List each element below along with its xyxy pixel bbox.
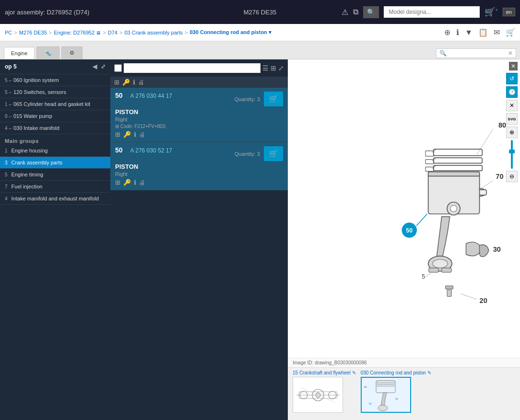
lang-selector[interactable]: en (503, 8, 515, 16)
svg-rect-17 (428, 172, 480, 176)
thumb-label-2[interactable]: 030 Connecting rod and piston ✎ (361, 370, 431, 375)
sidebar-item-exhaust[interactable]: 4 Intake manifold and exhaust manifold (0, 193, 110, 205)
tab-bar: Engine 🔩 ⚙ 🔍 ✕ (0, 41, 520, 59)
tab-engine[interactable]: Engine (4, 47, 35, 59)
sidebar-search-close[interactable]: ✕ (508, 50, 513, 57)
sidebar-search-input[interactable] (449, 50, 506, 56)
sidebar-item-intake[interactable]: 4 – 030 Intake manifold (0, 122, 110, 134)
sidebar-item-crank[interactable]: 3 Crank assembly parts (0, 157, 110, 169)
print-icon[interactable]: 🖨 (138, 79, 144, 86)
svg-text:50: 50 (406, 227, 413, 234)
part-key-icon-1[interactable]: 🔑 (123, 131, 131, 138)
details-icon[interactable]: 📋 (478, 28, 488, 37)
diagram-clock-btn[interactable]: 🕐 (506, 86, 518, 98)
add-to-cart-button-2[interactable]: 🛒 (264, 146, 283, 161)
thumb-img-2[interactable]: 80 30 50 (361, 377, 411, 413)
sidebar-item-fuel[interactable]: 7 Fuel injection (0, 181, 110, 193)
sidebar-item-ignition[interactable]: 5 – 060 Ignition system (0, 74, 110, 86)
diagram-close-x-btn[interactable]: ✕ (506, 100, 518, 111)
svg-point-44 (378, 405, 388, 411)
label-30: 30 (493, 245, 501, 253)
thumb-label-1[interactable]: 15 Crankshaft and flywheel ✎ (293, 370, 356, 375)
sidebar-item-engine-timing[interactable]: 5 Engine timing (0, 169, 110, 181)
list-view-icon[interactable]: ☰ (262, 64, 269, 72)
thumbnails-bar: 15 Crankshaft and flywheel ✎ (288, 367, 520, 420)
sidebar-timing-label: Engine timing (12, 172, 44, 177)
part-table-icon-2[interactable]: ⊞ (115, 179, 120, 186)
zoom-in-icon[interactable]: ⊕ (444, 28, 450, 37)
cart-icon[interactable]: 🛒+ (485, 7, 497, 17)
info-toolbar-icon[interactable]: ℹ (133, 79, 135, 86)
breadcrumb-current[interactable]: 030 Connecting rod and piston ▾ (190, 29, 272, 35)
diagram-panel: ✕ ↺ 🕐 ✕ SVG ⊕ ⊖ 80 (288, 59, 520, 420)
sidebar-cylinder-label: 065 Cylinder head and gasket kit (13, 101, 90, 107)
breadcrumb-m276[interactable]: M276 DE35 (19, 30, 47, 35)
part-info-icon-1[interactable]: ℹ (134, 131, 136, 138)
sidebar-intake-label: 030 Intake manifold (13, 125, 59, 131)
breadcrumb-engine[interactable]: Engine: D276952 🖥 (54, 30, 101, 35)
svg-rect-23 (442, 268, 451, 272)
svg-rect-0 (288, 106, 520, 311)
main-content: op 5 ◀ ⤢ 5 – 060 Ignition system 5 – 120… (0, 59, 520, 420)
gear-icon: ⚙ (70, 50, 74, 56)
tab-gear[interactable]: ⚙ (61, 47, 83, 59)
top-bar-right: ⚠ ⧉ 🔍 🛒+ en (342, 6, 515, 18)
label-80: 80 (498, 121, 506, 129)
breadcrumb-pc[interactable]: PC (5, 30, 12, 35)
grid-view-icon[interactable]: ⊞ (271, 64, 276, 72)
sidebar-item-switches[interactable]: 5 – 120 Switches, sensors (0, 86, 110, 98)
diagram-refresh-btn[interactable]: ↺ (506, 73, 518, 84)
sidebar-item-waterpump[interactable]: 0 – 015 Water pump (0, 110, 110, 122)
sidebar: op 5 ◀ ⤢ 5 – 060 Ignition system 5 – 120… (0, 59, 110, 420)
part-qty-label-2: Quantity: 3 (235, 151, 260, 157)
diagram-svg-btn[interactable]: SVG (506, 113, 518, 125)
sidebar-switches-label: 120 Switches, sensors (13, 89, 66, 95)
part-table-icon-1[interactable]: ⊞ (115, 131, 120, 138)
label-70: 70 (496, 173, 503, 180)
thumb-img-1[interactable] (293, 377, 343, 413)
part-side-1: Right (115, 117, 283, 122)
key-icon[interactable]: 🔑 (122, 79, 130, 86)
tab-wrench[interactable]: 🔩 (36, 47, 59, 59)
model-search-input[interactable] (384, 6, 480, 18)
diagram-close-button[interactable]: ✕ (509, 62, 518, 70)
sidebar-item-engine-housing[interactable]: 1 Engine housing (0, 145, 110, 157)
alert-icon[interactable]: ⚠ (342, 8, 348, 17)
breadcrumb-crank[interactable]: 03 Crank assembly parts (124, 30, 183, 35)
thumbnail-crankshaft: 15 Crankshaft and flywheel ✎ (293, 370, 356, 413)
label-20: 20 (480, 297, 487, 304)
thumb-edit-icon-2: ✎ (427, 370, 431, 375)
diagram-tools: ↺ 🕐 ✕ SVG ⊕ ⊖ (506, 73, 518, 182)
diagram-zoom-out-btn[interactable]: ⊖ (506, 171, 518, 182)
part-number-2: A 276 030 52 17 (130, 147, 172, 154)
part-print-icon-1[interactable]: 🖨 (139, 131, 145, 138)
thumbnail-connecting-rod: 030 Connecting rod and piston ✎ (361, 370, 431, 413)
expand-view-icon[interactable]: ⤢ (278, 64, 284, 72)
sidebar-item-cylinder[interactable]: 1 – 065 Cylinder head and gasket kit (0, 98, 110, 110)
mail-icon[interactable]: ✉ (494, 28, 500, 37)
sidebar-exhaust-label: Intake manifold and exhaust manifold (12, 196, 99, 201)
parts-search-input[interactable] (124, 63, 260, 73)
sidebar-waterpump-label: 015 Water pump (13, 113, 52, 119)
diagram-slider[interactable] (511, 140, 513, 169)
part-print-icon-2[interactable]: 🖨 (139, 179, 145, 186)
cart-bc-icon[interactable]: 🛒 (506, 28, 515, 37)
info-icon[interactable]: ℹ (456, 28, 459, 37)
svg-text:30: 30 (395, 397, 398, 400)
svg-text:5: 5 (422, 273, 425, 280)
sidebar-fuel-label: Fuel injection (12, 184, 43, 189)
search-button[interactable]: 🔍 (363, 6, 379, 18)
copy-icon[interactable]: ⧉ (353, 8, 358, 16)
part-key-icon-2[interactable]: 🔑 (123, 179, 131, 186)
parts-select-all[interactable] (114, 64, 122, 72)
filter-icon[interactable]: ▼ (465, 28, 473, 37)
part-qty-label-1: Quantity: 3 (235, 96, 260, 102)
expand-icon[interactable]: ⤢ (101, 63, 106, 70)
table-icon[interactable]: ⊞ (114, 79, 119, 86)
add-to-cart-button-1[interactable]: 🛒 (264, 92, 283, 106)
collapse-icon[interactable]: ◀ (93, 63, 97, 70)
diagram-zoom-in-btn[interactable]: ⊕ (506, 127, 518, 138)
breadcrumb-d74[interactable]: D74 (108, 30, 118, 35)
part-info-icon-2[interactable]: ℹ (134, 179, 136, 186)
sidebar-title: op 5 (5, 63, 17, 70)
